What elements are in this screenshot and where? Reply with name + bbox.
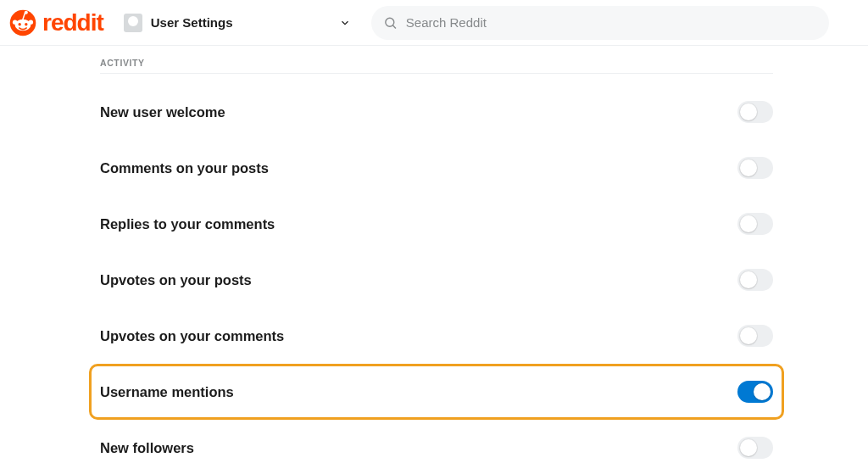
setting-row-new-followers: New followers — [100, 420, 773, 463]
settings-content: ACTIVITY New user welcomeComments on you… — [0, 46, 868, 463]
setting-label: Upvotes on your posts — [100, 272, 252, 288]
setting-label: Comments on your posts — [100, 160, 269, 176]
setting-label: Username mentions — [100, 384, 234, 400]
toggle-upvotes-on-posts[interactable] — [737, 269, 773, 291]
search-icon — [383, 15, 398, 31]
toggle-comments-on-posts[interactable] — [737, 157, 773, 179]
svg-point-3 — [29, 20, 33, 24]
setting-row-new-user-welcome: New user welcome — [100, 84, 773, 140]
search-container — [371, 6, 829, 40]
toggle-new-followers[interactable] — [737, 437, 773, 459]
setting-label: Replies to your comments — [100, 216, 275, 232]
toggle-new-user-welcome[interactable] — [737, 101, 773, 123]
toggle-upvotes-on-comments[interactable] — [737, 325, 773, 347]
section-header-activity: ACTIVITY — [100, 58, 773, 74]
setting-row-comments-on-posts: Comments on your posts — [100, 140, 773, 196]
svg-point-7 — [386, 18, 394, 26]
avatar-placeholder-icon — [124, 14, 142, 32]
settings-list: New user welcomeComments on your postsRe… — [100, 74, 773, 463]
reddit-logo[interactable]: reddit — [8, 8, 103, 37]
svg-point-6 — [25, 10, 28, 14]
chevron-down-icon — [339, 17, 351, 29]
toggle-replies-to-comments[interactable] — [737, 213, 773, 235]
setting-row-replies-to-comments: Replies to your comments — [100, 196, 773, 252]
setting-row-upvotes-on-comments: Upvotes on your comments — [100, 308, 773, 364]
search-input[interactable] — [406, 15, 817, 30]
page-selector[interactable]: User Settings — [119, 10, 356, 36]
svg-point-4 — [18, 23, 20, 25]
app-header: reddit User Settings — [0, 0, 868, 46]
setting-label: New followers — [100, 440, 194, 456]
reddit-icon — [8, 8, 37, 37]
toggle-username-mentions[interactable] — [737, 381, 773, 403]
search-box[interactable] — [371, 6, 829, 40]
setting-row-upvotes-on-posts: Upvotes on your posts — [100, 252, 773, 308]
setting-label: Upvotes on your comments — [100, 328, 284, 344]
svg-point-5 — [25, 23, 27, 25]
brand-wordmark: reddit — [42, 9, 103, 36]
setting-label: New user welcome — [100, 104, 225, 120]
svg-point-2 — [13, 20, 17, 24]
svg-line-8 — [392, 25, 396, 28]
setting-row-username-mentions: Username mentions — [89, 364, 784, 420]
page-selector-label: User Settings — [151, 15, 233, 30]
